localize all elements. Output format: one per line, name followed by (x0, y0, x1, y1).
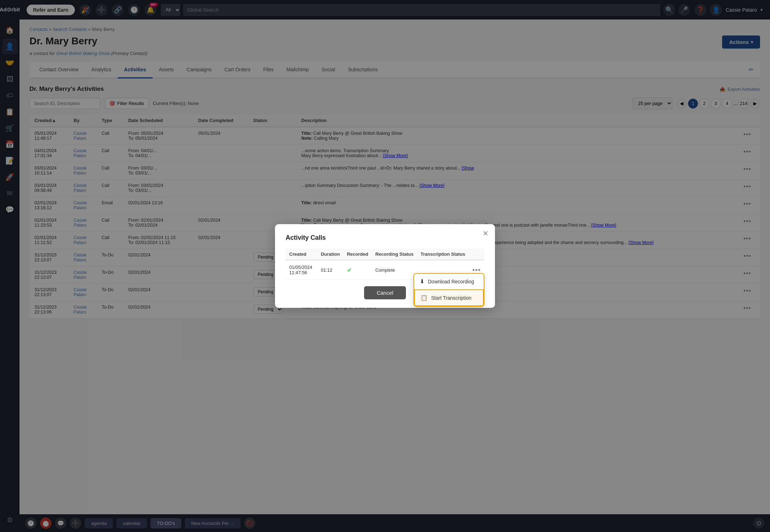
modal-close-button[interactable]: ✕ (483, 229, 489, 238)
modal-cell-actions: ••• ⬇ Download Recording 📋 Start Transcr… (469, 260, 484, 280)
modal-col-actions (469, 249, 484, 260)
transcription-icon: 📋 (420, 294, 428, 301)
activity-calls-modal: ✕ Activity Calls Created Duration Record… (275, 224, 495, 308)
modal-cell-recorded: ✔ (343, 260, 372, 280)
modal-col-created: Created (286, 249, 317, 260)
modal-col-recording-status: Recording Status (372, 249, 417, 260)
modal-cell-recording-status: Complete (372, 260, 417, 280)
actions-dropdown-menu: ⬇ Download Recording 📋 Start Transcripti… (413, 273, 484, 307)
modal-title: Activity Calls (286, 234, 484, 242)
modal-table-row: 01/05/2024 11:47:56 01:12 ✔ Complete •••… (286, 260, 484, 280)
modal-cell-duration: 01:12 (317, 260, 343, 280)
start-transcription-item[interactable]: 📋 Start Transcription (414, 289, 484, 306)
modal-table: Created Duration Recorded Recording Stat… (286, 249, 484, 280)
recorded-checkmark: ✔ (347, 267, 352, 273)
modal-cell-created: 01/05/2024 11:47:56 (286, 260, 317, 280)
modal-col-transcription-status: Transcription Status (417, 249, 469, 260)
modal-overlay[interactable]: ✕ Activity Calls Created Duration Record… (0, 0, 770, 532)
modal-col-duration: Duration (317, 249, 343, 260)
modal-col-recorded: Recorded (343, 249, 372, 260)
modal-cancel-button[interactable]: Cancel (364, 286, 406, 299)
download-icon: ⬇ (420, 278, 424, 285)
download-recording-item[interactable]: ⬇ Download Recording (414, 274, 484, 289)
